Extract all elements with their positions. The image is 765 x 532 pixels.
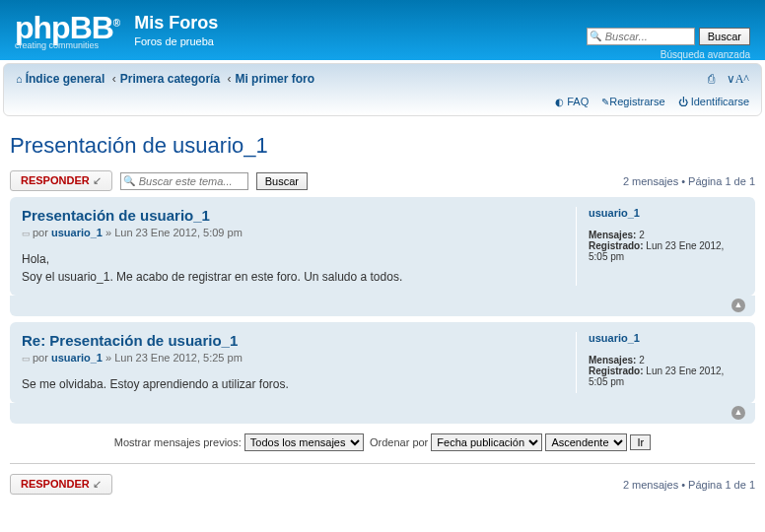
font-size-icon[interactable]: ∨A^ [727,72,749,86]
select-sort-dir[interactable]: Ascendente [545,433,627,451]
advanced-search-link[interactable]: Búsqueda avanzada [661,49,750,60]
back-to-top-row: ▲ [10,296,755,316]
back-to-top-icon[interactable]: ▲ [731,406,745,420]
post-icon[interactable]: ▭ [22,229,31,238]
post-author-link[interactable]: usuario_1 [51,352,103,364]
print-icon[interactable]: ⎙ [708,72,715,86]
pagination-bottom: 2 mensajes • Página 1 de 1 [623,479,755,491]
reply-button[interactable]: RESPONDER ↙ [10,170,112,191]
display-options: Mostrar mensajes previos: Todos los mens… [10,433,755,464]
logo[interactable]: phpBB® creating communities [15,10,119,50]
nav-tools: ⎙ ∨A^ [700,72,749,87]
back-to-top-row: ▲ [10,403,755,424]
navbar: ⎙ ∨A^ ⌂Índice general ‹Primera categoría… [3,63,762,116]
post-meta: ▭por usuario_1 » Lun 23 Ene 2012, 5:09 p… [22,227,566,238]
site-desc: Foros de prueba [134,35,218,47]
breadcrumb: ⌂Índice general ‹Primera categoría ‹Mi p… [16,72,314,86]
select-range[interactable]: Todos los mensajes [244,433,364,451]
search-icon: 🔍 [590,31,601,41]
post-title[interactable]: Presentación de usuario_1 [22,207,566,224]
breadcrumb-home[interactable]: Índice general [26,72,105,86]
faq-link[interactable]: ◐ FAQ [555,96,589,107]
profile-username[interactable]: usuario_1 [589,207,743,219]
register-link[interactable]: ✎Registrarse [601,96,664,107]
home-icon: ⌂ [16,73,23,85]
user-links: ◐ FAQ ✎Registrarse ⏻ Identificarse [16,96,749,107]
reply-button-bottom[interactable]: RESPONDER ↙ [10,474,112,495]
header-search: 🔍 Buscar [587,28,750,45]
pagination-top: 2 mensajes • Página 1 de 1 [623,175,755,187]
login-link[interactable]: ⏻ Identificarse [678,96,749,107]
profile-username[interactable]: usuario_1 [589,332,743,344]
post-title[interactable]: Re: Presentación de usuario_1 [22,332,566,349]
search-icon: 🔍 [123,175,135,186]
post-icon[interactable]: ▭ [22,354,31,364]
post-meta: ▭por usuario_1 » Lun 23 Ene 2012, 5:25 p… [22,352,566,364]
topic-search-button[interactable]: Buscar [256,172,308,190]
action-bar-bottom: RESPONDER ↙ 2 mensajes • Página 1 de 1 [10,474,755,495]
post: Presentación de usuario_1 ▭por usuario_1… [10,197,755,296]
post: Re: Presentación de usuario_1 ▭por usuar… [10,322,755,403]
action-bar-top: RESPONDER ↙ 🔍 Buscar 2 mensajes • Página… [10,170,755,191]
post-content: Hola,Soy el usuario_1. Me acabo de regis… [22,250,566,286]
topic-search-input[interactable] [120,172,248,190]
search-button[interactable]: Buscar [699,28,750,45]
site-title[interactable]: Mis Foros [134,13,218,33]
post-profile: usuario_1 Mensajes: 2 Registrado: Lun 23… [576,332,743,393]
back-to-top-icon[interactable]: ▲ [731,299,745,312]
post-author-link[interactable]: usuario_1 [51,227,103,238]
go-button[interactable]: Ir [630,434,651,450]
search-input[interactable] [587,28,695,45]
header: phpBB® creating communities Mis Foros Fo… [0,0,765,60]
post-content: Se me olvidaba. Estoy aprendiendo a util… [22,375,566,393]
post-profile: usuario_1 Mensajes: 2 Registrado: Lun 23… [576,207,743,286]
breadcrumb-category[interactable]: Primera categoría [120,72,220,86]
select-sort-key[interactable]: Fecha publicación [431,433,542,451]
topic-title[interactable]: Presentación de usuario_1 [10,133,755,159]
breadcrumb-forum[interactable]: Mi primer foro [235,72,314,86]
